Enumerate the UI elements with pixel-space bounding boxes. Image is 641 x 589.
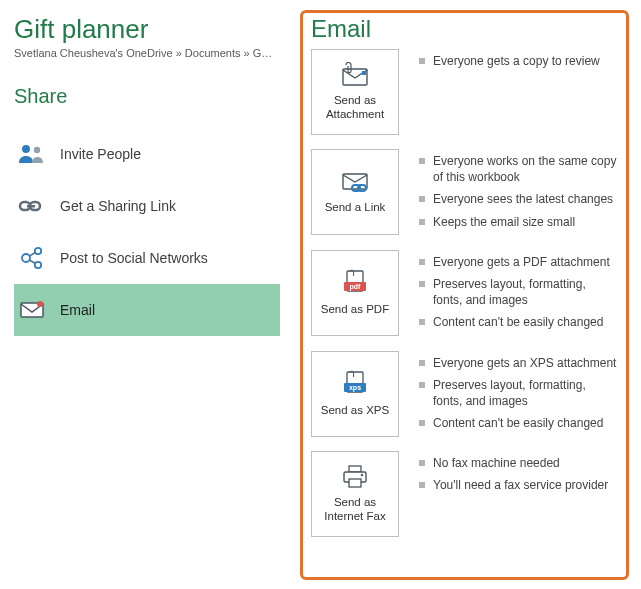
share-sidebar: Gift planner Svetlana Cheusheva's OneDri… [0, 0, 290, 589]
send-a-link-button[interactable]: Send a Link [311, 149, 399, 235]
option-caption: Send as Attachment [316, 94, 394, 122]
panel-heading: Email [311, 15, 618, 43]
share-item-label: Get a Sharing Link [60, 198, 176, 214]
share-heading: Share [14, 85, 290, 108]
svg-rect-25 [349, 479, 361, 487]
option-bullets: Everyone gets a PDF attachment Preserves… [399, 250, 618, 337]
svg-rect-13 [362, 71, 366, 75]
attachment-envelope-icon [338, 62, 372, 88]
bullet-item: Everyone gets an XPS attachment [419, 355, 618, 371]
svg-point-8 [35, 248, 41, 254]
bullet-item: Everyone sees the latest changes [419, 191, 618, 207]
svg-text:pdf: pdf [350, 283, 362, 291]
send-as-pdf-button[interactable]: pdf Send as PDF [311, 250, 399, 336]
envelope-icon [18, 300, 60, 320]
share-item-label: Post to Social Networks [60, 250, 208, 266]
link-icon [18, 197, 60, 215]
share-network-icon [18, 246, 60, 270]
pdf-icon: pdf [338, 269, 372, 297]
svg-rect-23 [349, 466, 361, 472]
share-item-sharing-link[interactable]: Get a Sharing Link [14, 180, 280, 232]
bullet-item: Everyone gets a PDF attachment [419, 254, 618, 270]
send-as-internet-fax-button[interactable]: Send as Internet Fax [311, 451, 399, 537]
svg-point-9 [35, 262, 41, 268]
option-bullets: Everyone gets an XPS attachment Preserve… [399, 351, 618, 438]
option-bullets: No fax machine needed You'll need a fax … [399, 451, 618, 537]
send-as-xps-button[interactable]: xps Send as XPS [311, 351, 399, 437]
svg-point-1 [34, 147, 40, 153]
share-item-label: Invite People [60, 146, 141, 162]
share-item-social[interactable]: Post to Social Networks [14, 232, 280, 284]
svg-point-26 [361, 474, 363, 476]
option-caption: Send as Internet Fax [316, 496, 394, 524]
share-item-invite-people[interactable]: Invite People [14, 128, 280, 180]
page-title: Gift planner [14, 14, 290, 45]
option-bullets: Everyone works on the same copy of this … [399, 149, 618, 236]
svg-point-11 [37, 301, 43, 307]
svg-text:xps: xps [349, 384, 361, 392]
bullet-item: Everyone works on the same copy of this … [419, 153, 618, 185]
share-item-email[interactable]: Email [14, 284, 280, 336]
bullet-item: You'll need a fax service provider [419, 477, 618, 493]
bullet-item: Everyone gets a copy to review [419, 53, 618, 69]
bullet-item: Content can't be easily changed [419, 415, 618, 431]
bullet-item: Preserves layout, formatting, fonts, and… [419, 377, 618, 409]
fax-printer-icon [338, 464, 372, 490]
email-options-panel: Email Send as Attachment Everyone get [300, 10, 629, 580]
bullet-item: No fax machine needed [419, 455, 618, 471]
link-envelope-icon [338, 169, 372, 195]
option-caption: Send as XPS [321, 404, 389, 418]
breadcrumb: Svetlana Cheusheva's OneDrive » Document… [14, 47, 290, 59]
bullet-item: Keeps the email size small [419, 214, 618, 230]
option-caption: Send as PDF [321, 303, 389, 317]
bullet-item: Preserves layout, formatting, fonts, and… [419, 276, 618, 308]
svg-point-0 [22, 145, 30, 153]
xps-icon: xps [338, 370, 372, 398]
bullet-item: Content can't be easily changed [419, 314, 618, 330]
option-bullets: Everyone gets a copy to review [399, 49, 618, 135]
share-item-label: Email [60, 302, 95, 318]
svg-point-7 [22, 254, 30, 262]
people-icon [18, 143, 60, 165]
send-as-attachment-button[interactable]: Send as Attachment [311, 49, 399, 135]
option-caption: Send a Link [325, 201, 386, 215]
svg-rect-4 [27, 205, 35, 208]
